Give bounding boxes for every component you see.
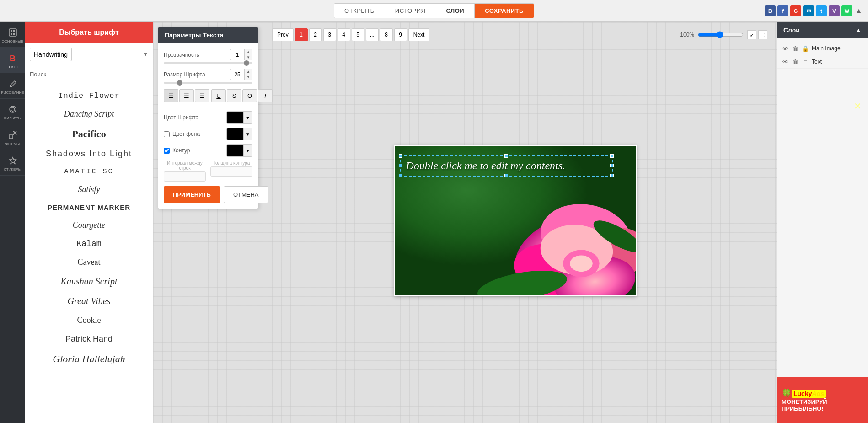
sidebar-label-рисование: РИСОВАНИЕ — [1, 91, 24, 95]
page-3[interactable]: 3 — [323, 28, 336, 41]
font-item-great-vibes[interactable]: Great Vibes — [25, 291, 153, 311]
canvas-text-element[interactable]: Double click me to edit my contents. — [400, 155, 613, 177]
format-italic-btn[interactable]: I — [258, 89, 273, 102]
canvas-image[interactable]: Double click me to edit my contents. — [394, 145, 637, 296]
social-whatsapp[interactable]: W — [841, 5, 852, 16]
layer-delete-icon[interactable]: 🗑 — [792, 45, 799, 52]
ad-banner[interactable]: 🍀LuckyAds МОНЕТИЗИРУЙ ПРИБЫЛЬНО! ✕ — [777, 377, 868, 423]
tab-save[interactable]: СОХРАНИТЬ — [475, 4, 534, 18]
font-item-courgette[interactable]: Courgette — [25, 216, 153, 235]
format-underline-btn[interactable]: U — [211, 89, 226, 102]
layer-eye-icon[interactable]: 👁 — [782, 45, 789, 52]
fontsize-up[interactable]: ▲ — [245, 69, 252, 75]
tab-layers[interactable]: СЛОИ — [436, 4, 475, 18]
top-tabs: ОТКРЫТЬ ИСТОРИЯ СЛОИ СОХРАНИТЬ — [334, 3, 534, 18]
page-5[interactable]: 5 — [352, 28, 364, 41]
font-item-cookie[interactable]: Cookie — [25, 311, 153, 330]
page-1[interactable]: 1 — [295, 28, 308, 41]
page-8[interactable]: 8 — [380, 28, 393, 41]
font-dropdown[interactable]: Handwriting — [30, 48, 72, 61]
social-vk[interactable]: В — [765, 5, 776, 16]
prev-button[interactable]: Prev — [272, 28, 294, 41]
handle-ml[interactable] — [399, 164, 402, 167]
zoom-fullscreen-icon[interactable]: ⛶ — [758, 30, 767, 39]
social-mail[interactable]: ✉ — [803, 5, 814, 16]
font-color-picker[interactable]: ▼ — [226, 111, 252, 124]
transparency-slider[interactable] — [164, 62, 252, 64]
fontsize-input[interactable]: 25 ▲ ▼ — [230, 69, 252, 80]
page-2[interactable]: 2 — [309, 28, 322, 41]
font-item-indie-flower[interactable]: Indie Flower — [25, 87, 153, 105]
format-overline-btn[interactable]: Ō — [242, 89, 257, 102]
sidebar-item-текст[interactable]: B ТЕКСТ — [0, 48, 25, 73]
ad-close-btn[interactable]: ✕ — [854, 101, 862, 112]
font-item-kaushan-script[interactable]: Kaushan Script — [25, 272, 153, 291]
font-item-patrick-hand[interactable]: Patrick Hand — [25, 330, 153, 348]
page-4[interactable]: 4 — [338, 28, 350, 41]
outline-checkbox[interactable] — [164, 148, 170, 154]
sidebar-item-рисование[interactable]: РИСОВАНИЕ — [0, 73, 25, 99]
layer-main-image[interactable]: 👁 🗑 🔒 Main Image — [777, 42, 868, 55]
transparency-up[interactable]: ▲ — [245, 49, 252, 55]
align-center-btn[interactable]: ☰ — [179, 89, 194, 102]
handle-tc[interactable] — [504, 154, 508, 158]
handle-tl[interactable] — [399, 154, 402, 158]
bg-color-checkbox[interactable] — [164, 131, 170, 137]
sidebar-item-формы[interactable]: ФОРМЫ — [0, 124, 25, 150]
social-fb[interactable]: f — [777, 5, 788, 16]
layer-text-lock-icon[interactable]: □ — [802, 58, 809, 65]
canvas-text-content: Double click me to edit my contents. — [406, 160, 566, 171]
layer-text[interactable]: 👁 🗑 □ Text — [777, 55, 868, 69]
format-buttons: U S Ō I — [211, 89, 273, 102]
align-right-btn[interactable]: ☰ — [195, 89, 209, 102]
svg-rect-10 — [9, 135, 13, 139]
fontsize-down[interactable]: ▼ — [245, 75, 252, 80]
social-gplus[interactable]: G — [790, 5, 801, 16]
handle-bc[interactable] — [504, 174, 508, 177]
social-twitter[interactable]: t — [816, 5, 827, 16]
format-strikethrough-btn[interactable]: S — [227, 89, 241, 102]
social-collapse-btn[interactable]: ▲ — [854, 6, 863, 16]
font-item-shadows-into-light[interactable]: Shadows Into Light — [25, 145, 153, 163]
handle-mr[interactable] — [610, 164, 614, 167]
layers-list: 👁 🗑 🔒 Main Image 👁 🗑 □ Text — [777, 38, 868, 377]
layer-lock-icon[interactable]: 🔒 — [802, 45, 809, 52]
handle-bl[interactable] — [399, 174, 402, 177]
font-item-permanent-marker[interactable]: Permanent Marker — [25, 199, 153, 216]
social-viber[interactable]: V — [829, 5, 840, 16]
bg-color-picker[interactable]: ▼ — [226, 128, 252, 140]
handle-br[interactable] — [610, 174, 614, 177]
font-panel-header[interactable]: Выбрать шрифт — [25, 22, 153, 43]
font-item-dancing-script[interactable]: Dancing Script — [25, 105, 153, 123]
font-item-kalam[interactable]: Kalam — [25, 235, 153, 253]
sidebar-item-фильтры[interactable]: ФИЛЬТРЫ — [0, 99, 25, 124]
font-item-amatic-sc[interactable]: Amatic SC — [25, 163, 153, 180]
layer-text-delete-icon[interactable]: 🗑 — [792, 58, 799, 65]
text-icon: B — [8, 53, 18, 63]
font-item-satisfy[interactable]: Satisfy — [25, 180, 153, 199]
outline-thickness-input[interactable] — [210, 166, 252, 177]
zoom-slider[interactable] — [698, 31, 744, 38]
handle-tr[interactable] — [610, 154, 614, 158]
apply-button[interactable]: ПРИМЕНИТЬ — [164, 186, 220, 203]
page-9[interactable]: 9 — [394, 28, 407, 41]
transparency-down[interactable]: ▼ — [245, 55, 252, 60]
font-item-caveat[interactable]: Caveat — [25, 253, 153, 272]
layer-text-eye-icon[interactable]: 👁 — [782, 58, 789, 65]
sidebar-item-основные[interactable]: ОСНОВНЫЕ — [0, 22, 25, 48]
align-left-btn[interactable]: ☰ — [164, 89, 178, 102]
transparency-input[interactable]: 1 ▲ ▼ — [230, 49, 252, 60]
layers-collapse-btn[interactable]: ▲ — [855, 27, 862, 34]
zoom-fit-icon[interactable]: ⤢ — [747, 30, 756, 39]
sidebar-item-стикеры[interactable]: СТИКЕРЫ — [0, 150, 25, 176]
cancel-button[interactable]: ОТМЕНА — [224, 186, 268, 203]
font-item-gloria-hallelujah[interactable]: Gloria Hallelujah — [25, 348, 153, 369]
outline-color-picker[interactable]: ▼ — [226, 144, 252, 157]
font-color-swatch — [227, 112, 243, 123]
next-button[interactable]: Next — [408, 28, 430, 41]
fontsize-slider[interactable] — [164, 82, 252, 84]
tab-history[interactable]: ИСТОРИЯ — [385, 4, 436, 18]
font-item-pacifico[interactable]: Pacifico — [25, 123, 153, 145]
line-spacing-input[interactable] — [164, 171, 206, 182]
tab-open[interactable]: ОТКРЫТЬ — [334, 4, 385, 18]
